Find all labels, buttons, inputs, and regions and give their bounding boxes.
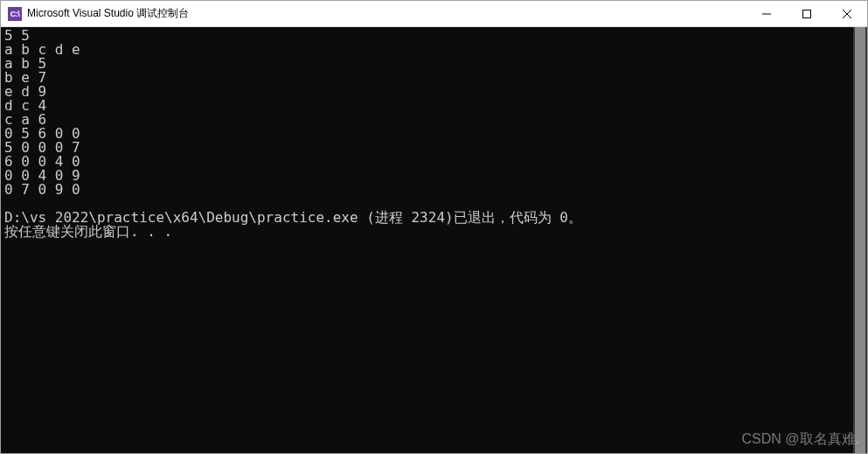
console-line: 6 0 0 4 0 — [4, 155, 850, 169]
window-title: Microsoft Visual Studio 调试控制台 — [27, 6, 746, 21]
console-output[interactable]: 5 5a b c d ea b 5b e 7e d 9d c 4c a 60 5… — [1, 27, 853, 453]
console-line: 5 0 0 0 7 — [4, 141, 850, 155]
console-line: 0 7 0 9 0 — [4, 183, 850, 197]
console-line: 按任意键关闭此窗口. . . — [4, 225, 850, 239]
vertical-scrollbar[interactable] — [853, 27, 867, 453]
window-controls — [746, 1, 867, 26]
svg-rect-1 — [803, 10, 811, 17]
console-line: e d 9 — [4, 85, 850, 99]
console-line: a b c d e — [4, 43, 850, 57]
maximize-button[interactable] — [787, 1, 827, 26]
console-line: d c 4 — [4, 99, 850, 113]
close-icon — [843, 10, 851, 18]
minimize-icon — [762, 10, 771, 18]
app-icon: C:\ — [8, 7, 22, 21]
minimize-button[interactable] — [746, 1, 787, 26]
titlebar[interactable]: C:\ Microsoft Visual Studio 调试控制台 — [1, 1, 867, 27]
console-line: b e 7 — [4, 71, 850, 85]
app-window: C:\ Microsoft Visual Studio 调试控制台 5 5a b… — [0, 0, 868, 454]
console-line: c a 6 — [4, 113, 850, 127]
close-button[interactable] — [827, 1, 867, 26]
console-line: 5 5 — [4, 29, 850, 43]
console-line: 0 0 4 0 9 — [4, 169, 850, 183]
console-line: a b 5 — [4, 57, 850, 71]
console-line: 0 5 6 0 0 — [4, 127, 850, 141]
scrollbar-thumb[interactable] — [855, 27, 865, 453]
maximize-icon — [802, 10, 811, 18]
console-area: 5 5a b c d ea b 5b e 7e d 9d c 4c a 60 5… — [1, 27, 867, 453]
